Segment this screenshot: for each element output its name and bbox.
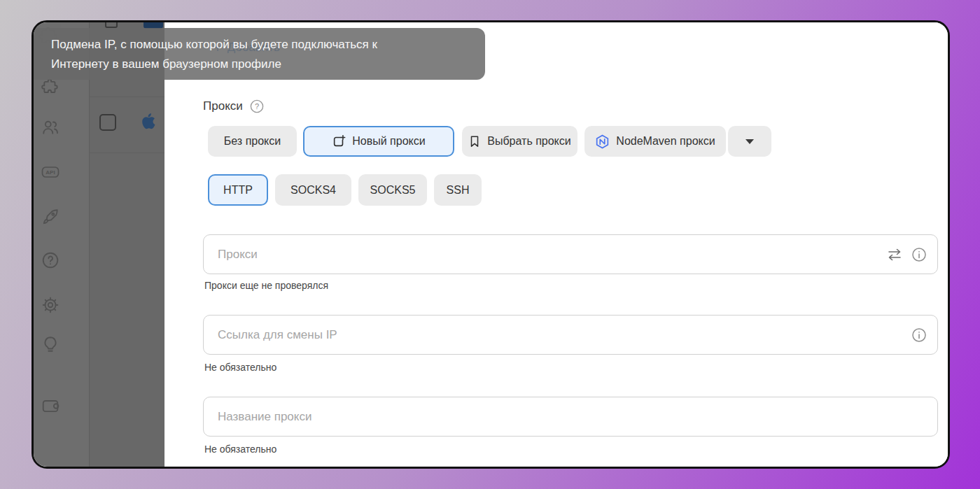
proxy-input-wrap xyxy=(203,234,938,274)
change-ip-input-wrap xyxy=(203,315,938,355)
change-ip-link-input[interactable] xyxy=(203,315,938,355)
svg-text:?: ? xyxy=(255,102,259,111)
button-label: Новый прокси xyxy=(352,135,425,148)
button-label: Без прокси xyxy=(224,135,281,148)
new-proxy-icon xyxy=(332,134,346,148)
rocket-icon[interactable] xyxy=(41,208,59,226)
apple-os-icon xyxy=(134,109,158,133)
table-row-divider xyxy=(90,97,164,97)
idea-icon[interactable] xyxy=(41,335,59,353)
proxy-name-helper-text: Не обязательно xyxy=(204,444,276,455)
proxy-section-header: Прокси ? xyxy=(203,99,264,113)
proxy-name-input-wrap xyxy=(203,397,938,437)
partial-checkbox xyxy=(105,20,118,28)
nodemaven-proxy-button[interactable]: NodeMaven прокси xyxy=(584,126,726,157)
info-icon[interactable] xyxy=(911,327,927,343)
tab-label: HTTP xyxy=(223,184,253,197)
question-circle-icon[interactable]: ? xyxy=(250,99,264,113)
profile-list-panel xyxy=(90,22,164,467)
svg-text:API: API xyxy=(46,169,55,176)
button-label: NodeMaven прокси xyxy=(616,135,715,148)
tooltip-line: Интернету в вашем браузерном профиле xyxy=(51,55,471,74)
proxy-name-input[interactable] xyxy=(203,397,938,437)
sidebar-divider xyxy=(89,22,90,467)
wallet-icon[interactable] xyxy=(41,397,59,415)
settings-icon[interactable] xyxy=(41,296,59,314)
section-title: Прокси xyxy=(203,99,243,113)
info-icon[interactable] xyxy=(911,247,927,262)
bookmark-icon xyxy=(468,135,481,148)
new-proxy-button[interactable]: Новый прокси xyxy=(303,126,454,157)
tab-http[interactable]: HTTP xyxy=(208,174,268,206)
tab-ssh[interactable]: SSH xyxy=(434,174,482,206)
nodemaven-logo xyxy=(595,134,610,149)
change-ip-helper-text: Не обязательно xyxy=(204,362,276,373)
table-row-divider xyxy=(90,153,164,153)
choose-proxy-button[interactable]: Выбрать прокси xyxy=(462,126,578,157)
proxy-settings-panel: + Добавить Прокси ? Без прокси Новый про… xyxy=(164,22,948,467)
help-icon[interactable] xyxy=(41,251,59,269)
tab-socks5[interactable]: SOCKS5 xyxy=(358,174,427,206)
proxy-helper-text: Прокси еще не проверялся xyxy=(204,280,328,291)
caret-down-icon xyxy=(746,139,754,144)
button-label: Выбрать прокси xyxy=(487,135,570,148)
tab-label: SOCKS5 xyxy=(370,184,416,197)
tooltip-line: Подмена IP, с помощью которой вы будете … xyxy=(51,35,471,55)
proxy-tooltip: Подмена IP, с помощью которой вы будете … xyxy=(34,28,485,80)
proxy-input[interactable] xyxy=(203,234,938,274)
swap-icon[interactable] xyxy=(886,248,903,262)
app-window: API + Добавить Прокси xyxy=(31,20,950,469)
tab-label: SOCKS4 xyxy=(290,184,336,197)
api-icon[interactable]: API xyxy=(41,163,59,181)
no-proxy-button[interactable]: Без прокси xyxy=(208,126,297,157)
profile-checkbox[interactable] xyxy=(99,114,116,131)
tab-socks4[interactable]: SOCKS4 xyxy=(275,174,351,206)
dimmed-backdrop: API xyxy=(34,22,164,467)
tab-label: SSH xyxy=(447,184,470,197)
puzzle-icon[interactable] xyxy=(41,78,59,97)
proxy-provider-dropdown[interactable] xyxy=(728,126,771,157)
users-icon[interactable] xyxy=(41,118,59,136)
